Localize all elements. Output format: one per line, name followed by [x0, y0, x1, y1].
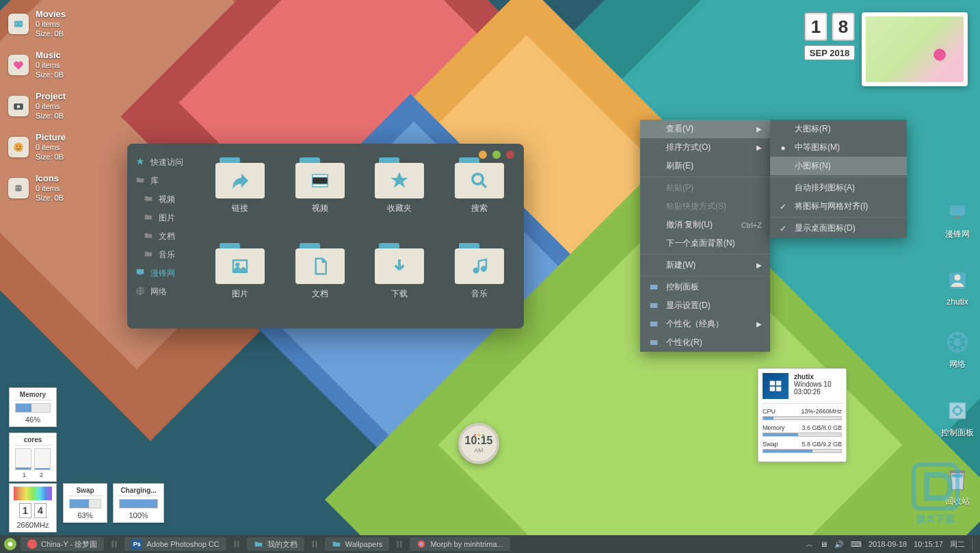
- menu-item[interactable]: ✓显示桌面图标(D): [770, 219, 907, 237]
- folder-icon: [144, 194, 153, 205]
- desktop-folder-movies[interactable]: Movies0 itemsSize: 0B: [8, 10, 66, 38]
- taskbar-task[interactable]: Wallpapers: [325, 537, 390, 551]
- menu-item[interactable]: 撤消 复制(U)Ctrl+Z: [640, 216, 770, 234]
- sidebar-item[interactable]: 文档: [135, 227, 187, 246]
- svg-rect-41: [234, 541, 235, 547]
- robot-icon: [8, 178, 29, 198]
- folder-image[interactable]: 图片: [204, 243, 277, 323]
- svg-rect-42: [237, 541, 239, 547]
- svg-rect-20: [139, 274, 142, 275]
- folder-icon: [254, 539, 263, 549]
- menu-item[interactable]: ✓将图标与网格对齐(I): [770, 197, 907, 216]
- menu-item[interactable]: 查看(V)▶: [640, 120, 770, 138]
- svg-rect-11: [950, 205, 966, 216]
- svg-rect-32: [650, 321, 658, 326]
- menu-item[interactable]: ●中等图标(M): [770, 138, 907, 157]
- calendar-widget: 1 8 SEP 2018: [804, 12, 855, 60]
- folder-search[interactable]: 搜索: [443, 157, 516, 237]
- folder-star[interactable]: 收藏夹: [363, 157, 436, 237]
- taskbar-day[interactable]: 周二: [950, 539, 965, 550]
- taskbar-task[interactable]: China-Y - 徐梦圆: [21, 537, 104, 551]
- menu-item[interactable]: 下一个桌面背景(N): [640, 234, 770, 253]
- desktop-folder-music[interactable]: Music0 itemsSize: 0B: [8, 51, 64, 79]
- svg-rect-43: [312, 541, 313, 547]
- svg-point-49: [421, 543, 423, 545]
- task-sep-icon: [230, 538, 243, 550]
- sidebar-item[interactable]: 漫锋网: [135, 264, 187, 283]
- folder-icon: [332, 539, 341, 549]
- folder-share[interactable]: 链接: [204, 157, 277, 237]
- memory-value: 46%: [14, 415, 52, 424]
- menu-item[interactable]: 排序方式(O)▶: [640, 138, 770, 157]
- sys-user: zhutix: [794, 373, 831, 381]
- taskbar-task[interactable]: PsAdobe Photoshop CC: [124, 537, 226, 551]
- desktop-icon-glyph: [944, 397, 971, 424]
- sys-os: Windows 10: [794, 381, 831, 388]
- folder-doc[interactable]: 文档: [284, 243, 357, 323]
- menu-item[interactable]: 刷新(E): [640, 157, 770, 175]
- menu-item[interactable]: 自动排列图标(A): [770, 179, 907, 197]
- chevron-right-icon: ▶: [756, 125, 762, 133]
- folder-download[interactable]: 下载: [363, 243, 436, 323]
- music-icon: [27, 539, 37, 549]
- svg-rect-24: [313, 184, 328, 187]
- svg-point-9: [16, 188, 18, 189]
- svg-rect-44: [315, 541, 317, 547]
- menu-item[interactable]: 新建(W)▶: [640, 256, 770, 274]
- svg-rect-0: [14, 21, 23, 27]
- desktop-icon-1[interactable]: zhutix: [933, 267, 980, 307]
- svg-point-25: [473, 174, 483, 184]
- svg-point-7: [20, 146, 21, 147]
- start-button[interactable]: [4, 538, 16, 550]
- heart-icon: [8, 55, 29, 75]
- tray-keyboard-icon[interactable]: ⌨: [851, 540, 862, 549]
- taskbar[interactable]: China-Y - 徐梦圆PsAdobe Photoshop CC我的文档Wal…: [0, 535, 980, 553]
- desktop-icon-glyph: [944, 198, 971, 226]
- show-desktop[interactable]: [972, 537, 976, 551]
- sidebar-item[interactable]: 视频: [135, 190, 187, 209]
- svg-rect-35: [776, 381, 782, 386]
- svg-rect-34: [770, 381, 776, 386]
- desktop-icon-2[interactable]: 网络: [933, 329, 980, 370]
- menu-item[interactable]: 大图标(R): [770, 120, 907, 138]
- menu-item[interactable]: 个性化(R): [640, 333, 770, 352]
- desktop-folder-icons[interactable]: Icons0 itemsSize: 0B: [8, 174, 64, 203]
- sidebar-item[interactable]: 图片: [135, 209, 187, 227]
- desktop-folder-project[interactable]: Project0 itemsSize: 0B: [8, 92, 66, 120]
- menu-item[interactable]: 小图标(N): [770, 157, 907, 175]
- tray-chevron-icon[interactable]: ︿: [806, 539, 813, 550]
- tray-volume-icon[interactable]: 🔊: [834, 540, 844, 549]
- svg-point-10: [20, 188, 21, 189]
- folder-video[interactable]: 视频: [284, 157, 357, 237]
- close-icon[interactable]: [506, 151, 514, 159]
- tray-monitor-icon[interactable]: 🖥: [820, 540, 827, 548]
- sidebar-item[interactable]: 网络: [135, 283, 187, 301]
- desktop-icon-0[interactable]: 漫锋网: [933, 198, 980, 240]
- task-sep-icon: [393, 538, 406, 550]
- smile-icon: [8, 137, 29, 157]
- svg-point-1: [16, 23, 17, 25]
- desktop-folder-picture[interactable]: Picture0 itemsSize: 0B: [8, 133, 66, 162]
- svg-rect-30: [650, 284, 658, 289]
- svg-rect-46: [401, 541, 402, 547]
- system-tray[interactable]: ︿ 🖥 🔊 ⌨ 2018-09-18 10:15:17 周二: [806, 537, 976, 551]
- app-icon: Ps: [131, 539, 142, 550]
- chevron-right-icon: ▶: [756, 261, 762, 269]
- taskbar-date[interactable]: 2018-09-18: [869, 540, 907, 548]
- svg-rect-36: [770, 387, 776, 391]
- taskbar-time[interactable]: 10:15:17: [914, 540, 943, 548]
- file-manager-window[interactable]: 快速访问库视频图片文档音乐漫锋网网络 链接视频收藏夹搜索图片文档下载音乐: [127, 144, 524, 329]
- context-menu-desktop[interactable]: 查看(V)▶排序方式(O)▶刷新(E)粘贴(P)粘贴快捷方式(S)撤消 复制(U…: [640, 120, 770, 352]
- svg-point-4: [17, 105, 21, 109]
- sidebar-item[interactable]: 音乐: [135, 246, 187, 264]
- sidebar-item[interactable]: 库: [135, 172, 187, 190]
- menu-item[interactable]: 控制面板: [640, 278, 770, 296]
- desktop-icon-3[interactable]: 控制面板: [933, 397, 980, 439]
- context-submenu-view[interactable]: 大图标(R)●中等图标(M)小图标(N)自动排列图标(A)✓将图标与网格对齐(I…: [770, 120, 907, 237]
- taskbar-task[interactable]: Morph by minhtrima...: [410, 537, 509, 551]
- menu-item[interactable]: 显示设置(D): [640, 296, 770, 315]
- menu-item[interactable]: 个性化（经典）▶: [640, 315, 770, 333]
- taskbar-task[interactable]: 我的文档: [247, 537, 304, 551]
- folder-music[interactable]: 音乐: [443, 243, 516, 323]
- sidebar-item[interactable]: 快速访问: [135, 153, 187, 172]
